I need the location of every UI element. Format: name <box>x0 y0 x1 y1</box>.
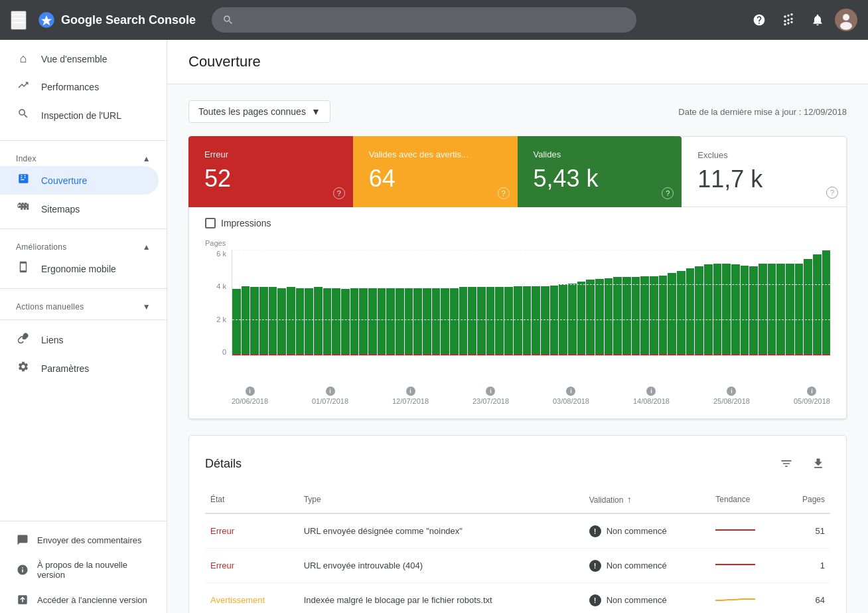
sidebar-item-parametres[interactable]: Paramètres <box>0 354 159 383</box>
sidebar-item-about[interactable]: À propos de la nouvelle version <box>0 553 167 586</box>
status-card-excluded[interactable]: Exclues 11,7 k ? <box>682 136 847 207</box>
td-validation: !Non commencé <box>584 513 711 549</box>
x-tick-dot: i <box>246 387 255 396</box>
bar-red <box>441 354 449 355</box>
bar-wrapper <box>368 250 377 355</box>
filter-icon-btn[interactable] <box>774 452 798 476</box>
sidebar-item-feedback[interactable]: Envoyer des commentaires <box>0 527 167 553</box>
sidebar-item-couverture[interactable]: Couverture <box>0 166 159 195</box>
bar-red <box>731 354 740 355</box>
menu-icon[interactable] <box>11 11 27 30</box>
bar-chart-wrapper: 0 2 k 4 k 6 k <box>205 250 830 383</box>
bar-green <box>632 277 640 354</box>
sidebar-item-vue-ensemble[interactable]: ⌂ Vue d'ensemble <box>0 45 159 72</box>
sidebar-item-ergonomie[interactable]: Ergonomie mobile <box>0 254 159 283</box>
svg-point-6 <box>840 22 852 30</box>
filter-dropdown[interactable]: Toutes les pages connues ▼ <box>188 100 330 123</box>
bar-wrapper <box>477 250 486 355</box>
bar-wrapper <box>668 250 676 355</box>
chevron-down-icon: ▼ <box>143 302 151 311</box>
bar-red <box>314 354 323 355</box>
status-card-error[interactable]: Erreur 52 ? <box>188 136 353 207</box>
card-error-value: 52 <box>204 165 337 193</box>
sidebar-item-old-version[interactable]: Accéder à l'ancienne version <box>0 586 167 613</box>
bar-red <box>595 354 604 355</box>
y-axis-2k: 2 k <box>205 315 226 323</box>
bar-wrapper <box>341 250 350 355</box>
page-title: Couverture <box>188 53 847 70</box>
bar-green <box>504 287 513 354</box>
bar-wrapper <box>686 250 695 355</box>
info-icon <box>16 563 29 576</box>
x-tick: i12/07/2018 <box>392 387 429 405</box>
bar-red <box>776 354 785 355</box>
td-pages: 1 <box>782 549 830 583</box>
sidebar-group-actions[interactable]: Actions manuelles ▼ <box>0 294 167 314</box>
bar-green <box>242 286 250 354</box>
bar-green <box>622 277 631 354</box>
td-type: URL envoyée désignée comme "noindex" <box>299 513 584 549</box>
table-row[interactable]: ErreurURL envoyée désignée comme "noinde… <box>205 513 830 549</box>
apps-icon[interactable] <box>776 8 800 32</box>
search-input[interactable] <box>234 15 626 25</box>
sidebar-item-inspection[interactable]: Inspection de l'URL <box>0 101 159 130</box>
bar-wrapper <box>659 250 668 355</box>
sidebar-group-index[interactable]: Index ▲ <box>0 146 167 166</box>
bar-green <box>477 287 486 354</box>
table-row[interactable]: AvertissementIndexée malgré le blocage p… <box>205 583 830 614</box>
sidebar-item-label: Performances <box>41 82 99 92</box>
svg-rect-1 <box>12 18 25 19</box>
bar-red <box>250 354 259 355</box>
sidebar-item-performances[interactable]: Performances <box>0 72 159 101</box>
inspection-icon <box>16 108 31 123</box>
bar-red <box>550 354 559 355</box>
bar-green <box>323 288 332 354</box>
card-excluded-info[interactable]: ? <box>826 187 838 199</box>
validation-icon: ! <box>589 594 601 606</box>
bar-wrapper <box>486 250 495 355</box>
bar-red <box>459 354 468 355</box>
card-error-info[interactable]: ? <box>333 187 345 199</box>
card-valid-info[interactable]: ? <box>662 187 674 199</box>
y-axis-4k: 4 k <box>205 282 226 290</box>
status-card-warning[interactable]: Valides avec des avertis... 64 ? <box>353 136 518 207</box>
avatar[interactable] <box>835 9 857 31</box>
status-card-valid[interactable]: Valides 5,43 k ? <box>518 136 682 207</box>
table-row[interactable]: ErreurURL envoyée introuvable (404)!Non … <box>205 549 830 583</box>
bar-red <box>504 354 513 355</box>
help-icon[interactable] <box>747 8 771 32</box>
sidebar-item-liens[interactable]: Liens <box>0 325 159 354</box>
bar-red <box>605 354 613 355</box>
chart-checkbox[interactable] <box>205 218 216 228</box>
bar-wrapper <box>759 250 767 355</box>
bar-green <box>595 279 604 354</box>
sidebar-item-sitemaps[interactable]: Sitemaps <box>0 195 159 223</box>
bar-green <box>341 289 350 354</box>
col-validation[interactable]: Validation ↑ <box>584 486 711 513</box>
bar-wrapper <box>323 250 332 355</box>
download-icon-btn[interactable] <box>806 452 830 476</box>
bar-red <box>259 354 268 355</box>
bar-green <box>378 288 386 354</box>
chart-label: Impressions <box>221 218 271 228</box>
chevron-down-icon: ▼ <box>311 106 321 117</box>
notifications-icon[interactable] <box>806 8 830 32</box>
x-tick-label: 03/08/2018 <box>553 397 589 405</box>
card-warning-info[interactable]: ? <box>498 187 510 199</box>
bar-green <box>605 278 613 354</box>
bar-red <box>432 354 441 355</box>
bar-green <box>722 264 731 354</box>
bar-wrapper <box>495 250 504 355</box>
x-tick: i03/08/2018 <box>553 387 589 405</box>
x-tick-dot: i <box>406 387 415 396</box>
bar-wrapper <box>332 250 340 355</box>
sidebar-item-label: À propos de la nouvelle version <box>37 560 151 580</box>
bar-wrapper <box>359 250 368 355</box>
bar-wrapper <box>650 250 658 355</box>
bar-green <box>423 288 431 354</box>
sidebar-group-ameliorations[interactable]: Améliorations ▲ <box>0 234 167 254</box>
bar-green <box>795 264 804 354</box>
search-bar[interactable] <box>212 7 636 33</box>
bar-green <box>277 288 286 354</box>
bar-green <box>287 287 295 354</box>
